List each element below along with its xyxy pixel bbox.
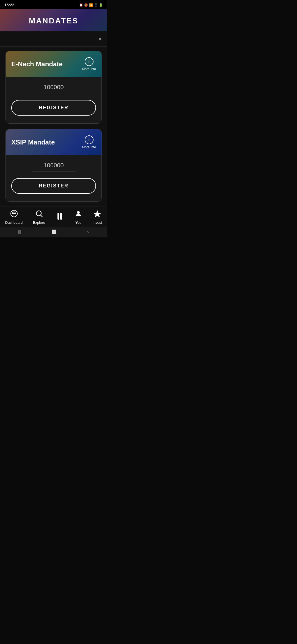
status-time: 15:22 <box>4 3 14 7</box>
svg-line-9 <box>41 215 42 217</box>
menu-button[interactable]: ||| <box>18 230 21 234</box>
explore-icon <box>35 210 43 219</box>
you-icon <box>75 210 82 219</box>
enach-card-header: E-Nach Mandate i More Info <box>6 51 101 77</box>
mute-icon: 🔕 <box>84 3 88 7</box>
enach-more-info-label: More Info <box>82 67 96 71</box>
svg-point-7 <box>15 212 15 213</box>
enach-mandate-card: E-Nach Mandate i More Info 100000 REGIST… <box>6 51 102 124</box>
xsip-more-info-label: More Info <box>82 145 96 149</box>
wifi-icon: 📶 <box>89 3 93 7</box>
home-button[interactable]: ⬜ <box>52 230 56 234</box>
svg-point-5 <box>13 211 15 212</box>
nav-label-invest: Invest <box>93 220 102 225</box>
nav-item-invest[interactable]: Invest <box>93 210 102 225</box>
nav-label-dashboard: Dashboard <box>5 220 23 225</box>
enach-register-button[interactable]: REGISTER <box>11 100 96 116</box>
xsip-more-info-button[interactable]: i More Info <box>82 135 96 149</box>
enach-amount-value[interactable]: 100000 <box>32 84 76 93</box>
xsip-card-header: XSIP Mandate i More Info <box>6 129 101 155</box>
enach-card-body: 100000 REGISTER <box>6 77 101 123</box>
xsip-info-icon: i <box>85 135 94 144</box>
xsip-mandate-card: XSIP Mandate i More Info 100000 REGISTER <box>6 129 102 202</box>
enach-mandate-title: E-Nach Mandate <box>11 60 63 68</box>
system-navigation-bar: ||| ⬜ < <box>0 227 107 237</box>
status-bar: 15:22 ⏰ 🔕 📶 📱 🔋 <box>0 0 107 9</box>
nav-item-dashboard[interactable]: Dashboard <box>5 210 23 225</box>
chevron-down-icon[interactable]: ∨ <box>98 36 102 42</box>
status-icons: ⏰ 🔕 📶 📱 🔋 <box>79 3 103 7</box>
signal-icon: 📱 <box>94 3 98 7</box>
back-button[interactable]: < <box>87 230 89 234</box>
main-content: E-Nach Mandate i More Info 100000 REGIST… <box>0 47 107 206</box>
enach-info-icon: i <box>85 57 94 66</box>
nav-label-you: You <box>75 220 81 225</box>
svg-rect-11 <box>60 213 62 220</box>
nav-item-you[interactable]: You <box>75 210 82 225</box>
xsip-register-button[interactable]: REGISTER <box>11 178 96 194</box>
battery-icon: 🔋 <box>99 3 103 7</box>
mandates-icon <box>55 212 64 223</box>
enach-amount-wrapper: 100000 <box>11 84 96 93</box>
dropdown-area[interactable]: ∨ <box>0 31 107 47</box>
svg-point-4 <box>15 213 16 214</box>
xsip-amount-value[interactable]: 100000 <box>32 162 76 171</box>
enach-more-info-button[interactable]: i More Info <box>82 57 96 71</box>
svg-marker-13 <box>94 210 101 217</box>
page-header: MANDATES <box>0 9 107 31</box>
nav-label-explore: Explore <box>33 220 45 225</box>
nav-item-mandates[interactable] <box>55 212 64 223</box>
nav-item-explore[interactable]: Explore <box>33 210 45 225</box>
svg-point-3 <box>12 213 13 214</box>
dashboard-icon <box>10 210 18 219</box>
bottom-navigation: Dashboard Explore You <box>0 206 107 227</box>
svg-point-6 <box>12 212 13 213</box>
xsip-card-body: 100000 REGISTER <box>6 155 101 201</box>
svg-rect-10 <box>57 213 59 220</box>
xsip-amount-wrapper: 100000 <box>11 162 96 171</box>
invest-icon <box>94 210 101 219</box>
alarm-icon: ⏰ <box>79 3 83 7</box>
page-title: MANDATES <box>6 17 102 25</box>
xsip-mandate-title: XSIP Mandate <box>11 138 55 146</box>
svg-point-12 <box>77 211 80 214</box>
